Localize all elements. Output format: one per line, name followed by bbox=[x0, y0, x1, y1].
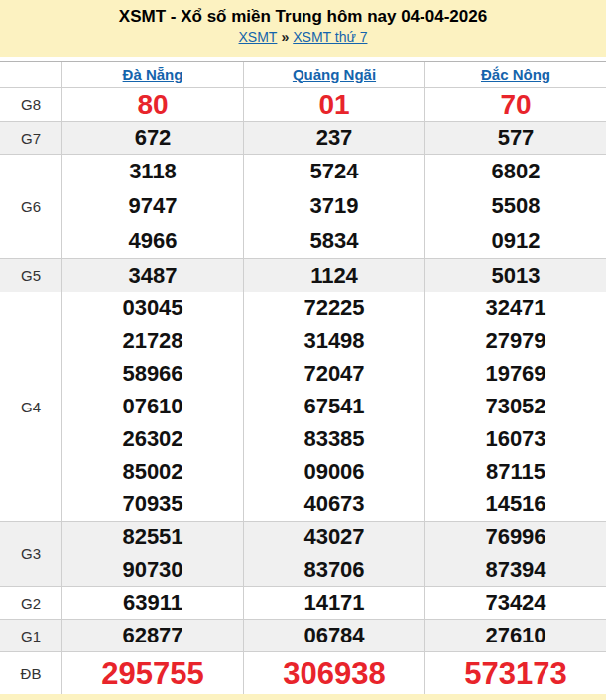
result-cell-g8-col2: 70 bbox=[424, 88, 606, 121]
result-number: 83706 bbox=[303, 559, 364, 581]
result-cell-g6-col2: 680255080912 bbox=[424, 155, 606, 258]
result-number: 32471 bbox=[485, 297, 545, 319]
result-cell-g4-col2: 32471279791976973052160738711514516 bbox=[424, 292, 606, 521]
result-number: 67541 bbox=[303, 396, 364, 417]
result-number: 01 bbox=[318, 91, 349, 119]
row-label-g7: G7 bbox=[0, 122, 61, 154]
result-number: 83385 bbox=[303, 428, 364, 450]
column-link-1[interactable]: Quảng Ngãi bbox=[293, 66, 376, 83]
result-number: 76996 bbox=[485, 526, 545, 548]
breadcrumb: XSMT»XSMT thứ 7 bbox=[0, 27, 606, 47]
row-label-g2: G2 bbox=[0, 587, 61, 619]
result-number: 5508 bbox=[492, 195, 541, 217]
breadcrumb-link-xsmt-thu7[interactable]: XSMT thứ 7 bbox=[293, 29, 367, 45]
result-number: 87394 bbox=[485, 559, 545, 581]
result-number: 1124 bbox=[310, 265, 358, 287]
result-number: 6802 bbox=[492, 161, 541, 182]
result-number: 9747 bbox=[129, 195, 178, 217]
row-label-g4: G4 bbox=[0, 292, 61, 521]
table-corner-cell bbox=[0, 62, 61, 87]
result-number: 07610 bbox=[122, 396, 182, 417]
results-table: Đà NẵngQuảng NgãiĐắc NôngG8800170G767223… bbox=[0, 61, 606, 695]
result-number: 306938 bbox=[283, 658, 385, 689]
result-number: 577 bbox=[498, 127, 535, 149]
result-number: 85002 bbox=[122, 461, 182, 483]
result-cell-g7-col1: 237 bbox=[243, 122, 424, 154]
result-number: 80 bbox=[137, 91, 168, 119]
result-number: 73052 bbox=[485, 396, 545, 417]
result-number: 0912 bbox=[492, 230, 541, 252]
result-number: 3118 bbox=[129, 161, 177, 182]
table-row-db: ĐB295755306938573173 bbox=[0, 652, 606, 694]
table-row-g5: G5348711245013 bbox=[0, 259, 606, 292]
result-cell-g8-col0: 80 bbox=[61, 88, 243, 121]
result-cell-g3-col2: 7699687394 bbox=[424, 522, 606, 586]
row-label-g6: G6 bbox=[0, 155, 61, 258]
result-number: 40673 bbox=[303, 493, 364, 515]
result-number: 31498 bbox=[303, 330, 364, 352]
row-label-g3: G3 bbox=[0, 522, 61, 586]
result-cell-g5-col2: 5013 bbox=[424, 259, 606, 292]
column-link-0[interactable]: Đà Nẵng bbox=[123, 66, 183, 83]
table-row-g6: G6311897474966572437195834680255080912 bbox=[0, 155, 606, 259]
result-number: 27610 bbox=[485, 625, 545, 646]
result-number: 19769 bbox=[485, 363, 545, 385]
column-header-1: Quảng Ngãi bbox=[243, 62, 424, 87]
header-banner: XSMT - Xổ số miền Trung hôm nay 04-04-20… bbox=[0, 0, 606, 57]
result-cell-g4-col1: 72225314987204767541833850900640673 bbox=[243, 292, 424, 521]
result-cell-g5-col0: 3487 bbox=[61, 259, 243, 292]
result-cell-db-col0: 295755 bbox=[61, 652, 243, 694]
column-header-0: Đà Nẵng bbox=[61, 62, 243, 87]
result-number: 295755 bbox=[101, 658, 203, 689]
result-number: 70 bbox=[500, 91, 531, 119]
table-row-g4: G403045217285896607610263028500270935722… bbox=[0, 292, 606, 522]
result-cell-g6-col1: 572437195834 bbox=[243, 155, 424, 258]
page-title: XSMT - Xổ số miền Trung hôm nay 04-04-20… bbox=[0, 6, 606, 27]
result-cell-g2-col1: 14171 bbox=[243, 587, 424, 619]
table-row-g3: G3825519073043027837067699687394 bbox=[0, 522, 606, 587]
result-number: 58966 bbox=[122, 363, 182, 385]
result-number: 573173 bbox=[464, 658, 566, 689]
result-number: 5013 bbox=[492, 265, 541, 287]
result-number: 62877 bbox=[122, 625, 182, 646]
result-number: 16073 bbox=[485, 428, 545, 450]
column-header-2: Đắc Nông bbox=[424, 62, 606, 87]
result-number: 87115 bbox=[486, 461, 545, 483]
result-number: 14171 bbox=[303, 592, 364, 614]
result-cell-g7-col0: 672 bbox=[61, 122, 243, 154]
row-label-g5: G5 bbox=[0, 259, 61, 292]
result-number: 14516 bbox=[485, 493, 545, 515]
column-link-2[interactable]: Đắc Nông bbox=[481, 66, 550, 83]
result-number: 5834 bbox=[310, 230, 359, 252]
result-number: 27979 bbox=[485, 330, 545, 352]
result-cell-db-col2: 573173 bbox=[424, 652, 606, 694]
breadcrumb-link-xsmt[interactable]: XSMT bbox=[239, 29, 278, 45]
table-row-g2: G2639111417173424 bbox=[0, 587, 606, 620]
result-cell-g2-col0: 63911 bbox=[61, 587, 243, 619]
result-number: 90730 bbox=[122, 559, 182, 581]
result-number: 237 bbox=[316, 127, 353, 149]
result-number: 72225 bbox=[303, 297, 364, 319]
result-cell-g1-col0: 62877 bbox=[61, 620, 243, 651]
result-number: 3719 bbox=[310, 195, 359, 217]
table-row-g1: G1628770678427610 bbox=[0, 620, 606, 652]
result-cell-g1-col1: 06784 bbox=[243, 620, 424, 651]
row-label-g1: G1 bbox=[0, 620, 61, 651]
result-number: 82551 bbox=[122, 526, 182, 548]
result-number: 672 bbox=[135, 127, 172, 149]
result-number: 3487 bbox=[129, 265, 178, 287]
result-cell-g3-col1: 4302783706 bbox=[243, 522, 424, 586]
result-number: 06784 bbox=[303, 625, 364, 646]
result-cell-g3-col0: 8255190730 bbox=[61, 522, 243, 586]
result-number: 09006 bbox=[303, 461, 364, 483]
result-number: 63911 bbox=[123, 592, 182, 614]
result-cell-db-col1: 306938 bbox=[243, 652, 424, 694]
result-cell-g5-col1: 1124 bbox=[243, 259, 424, 292]
result-cell-g4-col0: 03045217285896607610263028500270935 bbox=[61, 292, 243, 521]
table-row-g7: G7672237577 bbox=[0, 122, 606, 155]
bottom-strip bbox=[0, 694, 606, 700]
row-label-db: ĐB bbox=[0, 652, 61, 694]
result-number: 5724 bbox=[310, 161, 359, 182]
table-header-row: Đà NẵngQuảng NgãiĐắc Nông bbox=[0, 62, 606, 88]
result-number: 72047 bbox=[303, 363, 364, 385]
